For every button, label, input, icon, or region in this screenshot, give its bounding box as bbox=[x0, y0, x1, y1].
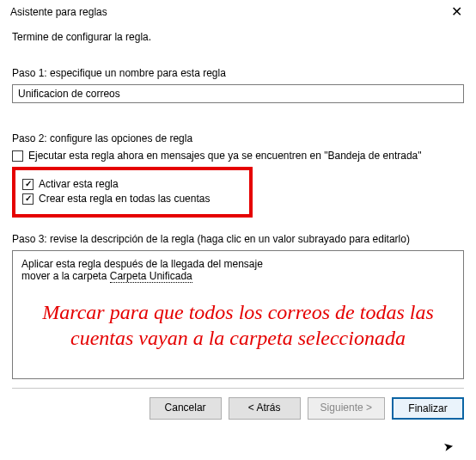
cursor-icon: ➤ bbox=[442, 439, 455, 454]
step3-label: Paso 3: revise la descripción de la regl… bbox=[12, 233, 464, 245]
instruction-text: Termine de configurar la regla. bbox=[12, 31, 464, 43]
back-button[interactable]: < Atrás bbox=[229, 397, 301, 420]
rule-name-input[interactable] bbox=[12, 84, 464, 103]
highlight-box: Activar esta regla Crear esta regla en t… bbox=[12, 167, 253, 218]
window-title: Asistente para reglas bbox=[10, 6, 107, 18]
run-now-label: Ejecutar esta regla ahora en mensajes qu… bbox=[28, 150, 422, 162]
activate-rule-checkbox[interactable] bbox=[22, 179, 34, 190]
target-folder-link[interactable]: Carpeta Unificada bbox=[110, 270, 192, 283]
run-now-checkbox[interactable] bbox=[12, 150, 23, 162]
finish-button[interactable]: Finalizar bbox=[392, 397, 464, 420]
step1-label: Paso 1: especifique un nombre para esta … bbox=[12, 67, 464, 79]
annotation-text: Marcar para que todos los correos de tod… bbox=[21, 299, 455, 351]
step2-label: Paso 2: configure las opciones de regla bbox=[12, 132, 464, 144]
activate-rule-label: Activar esta regla bbox=[39, 178, 119, 190]
rule-desc-line2-prefix: mover a la carpeta bbox=[21, 270, 110, 282]
all-accounts-label: Crear esta regla en todas las cuentas bbox=[39, 193, 210, 205]
cancel-button[interactable]: Cancelar bbox=[150, 397, 222, 420]
all-accounts-checkbox[interactable] bbox=[22, 193, 34, 205]
next-button: Siguiente > bbox=[308, 397, 385, 420]
close-icon[interactable]: ✕ bbox=[446, 5, 467, 19]
rule-description-box: Aplicar esta regla después de la llegada… bbox=[12, 250, 464, 379]
rule-desc-line1: Aplicar esta regla después de la llegada… bbox=[21, 258, 455, 270]
